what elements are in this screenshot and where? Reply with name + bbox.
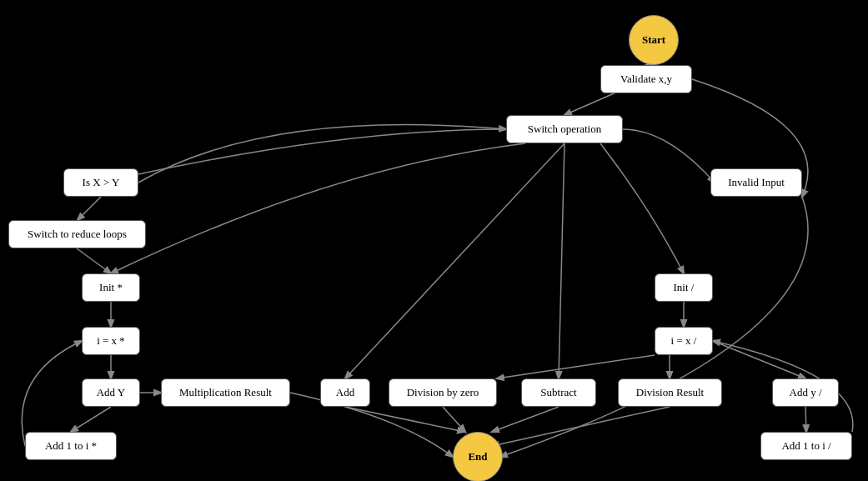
div-result-node: Division Result: [618, 378, 722, 407]
add-node: Add: [320, 378, 370, 407]
validate-node: Validate x,y: [600, 65, 692, 93]
svg-line-3: [345, 143, 564, 378]
svg-line-18: [713, 341, 805, 378]
mul-result-node: Multiplication Result: [161, 378, 290, 407]
is-x-y-node: Is X > Y: [63, 168, 138, 197]
svg-line-9: [71, 407, 111, 432]
svg-line-19: [805, 407, 806, 432]
end-node: End: [453, 432, 503, 481]
add1-mul-node: Add 1 to i *: [25, 432, 117, 460]
i-x-div-node: i = x /: [655, 327, 713, 355]
add-y-div-node: Add y /: [772, 378, 839, 407]
svg-line-13: [492, 407, 559, 432]
subtract-node: Subtract: [521, 378, 596, 407]
add1-div-node: Add 1 to i /: [760, 432, 852, 460]
init-mul-node: Init *: [82, 273, 140, 302]
start-node: Start: [629, 15, 679, 65]
invalid-node: Invalid Input: [710, 168, 802, 197]
switch-reduce-node: Switch to reduce loops: [8, 220, 146, 248]
svg-line-17: [497, 355, 655, 378]
init-div-node: Init /: [655, 273, 713, 302]
i-x-mul-node: i = x *: [82, 327, 140, 355]
svg-line-6: [77, 248, 111, 273]
svg-line-4: [559, 143, 564, 378]
div-zero-node: Division by zero: [389, 378, 497, 407]
switch-op-node: Switch operation: [506, 115, 623, 143]
add-y-node: Add Y: [82, 378, 140, 407]
svg-line-5: [78, 197, 101, 220]
